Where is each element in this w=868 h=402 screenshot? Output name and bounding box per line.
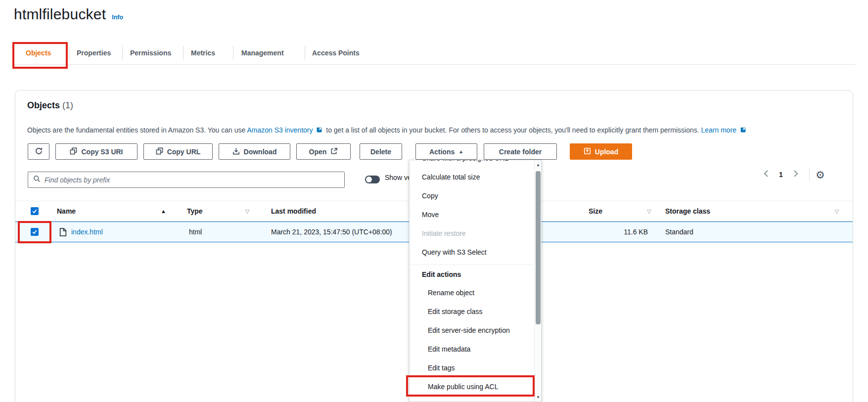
scrollbar-thumb[interactable] xyxy=(536,171,541,324)
description-text: to get a list of all objects in your buc… xyxy=(326,126,699,134)
check-icon xyxy=(32,208,38,214)
menu-section-edit-actions: Edit actions xyxy=(410,265,534,283)
object-last-modified: March 21, 2023, 15:47:50 (UTC+08:00) xyxy=(271,222,392,242)
sort-icon[interactable]: ▽ xyxy=(835,201,839,221)
objects-count: (1) xyxy=(62,100,73,110)
search-box xyxy=(28,172,345,188)
open-label: Open xyxy=(309,148,327,156)
pagination: 1 ⚙ xyxy=(759,168,825,181)
scroll-up-icon[interactable]: ▲ xyxy=(535,161,542,168)
learn-more-link[interactable]: Learn more xyxy=(701,126,737,134)
menu-item-make-public-acl[interactable]: Make public using ACL xyxy=(410,377,534,396)
pager-divider xyxy=(809,168,810,181)
sort-icon[interactable]: ▽ xyxy=(647,201,651,221)
description-text: Objects are the fundamental entities sto… xyxy=(27,126,245,134)
download-icon xyxy=(232,147,240,156)
select-all-checkbox[interactable] xyxy=(31,207,39,215)
scroll-down-icon[interactable]: ▼ xyxy=(535,394,542,401)
tab-divider xyxy=(183,45,183,60)
menu-item-rename-object[interactable]: Rename object xyxy=(410,283,534,302)
delete-label: Delete xyxy=(370,148,391,156)
copy-s3-uri-label: Copy S3 URI xyxy=(81,148,123,156)
upload-label: Upload xyxy=(595,148,618,156)
copy-icon xyxy=(70,147,77,156)
menu-item-edit-server-side-encryption[interactable]: Edit server-side encryption xyxy=(410,321,534,340)
toggle-knob xyxy=(366,177,372,182)
upload-icon xyxy=(584,147,591,156)
page-number[interactable]: 1 xyxy=(774,171,788,179)
objects-description: Objects are the fundamental entities sto… xyxy=(27,126,748,134)
upload-button[interactable]: Upload xyxy=(570,143,632,160)
menu-item-query-s3-select[interactable]: Query with S3 Select xyxy=(410,243,534,262)
chevron-left-icon[interactable] xyxy=(759,170,774,179)
download-button[interactable]: Download xyxy=(219,143,290,160)
gear-icon[interactable]: ⚙ xyxy=(816,170,825,180)
row-checkbox[interactable] xyxy=(31,228,39,236)
menu-item-calculate-total-size[interactable]: Calculate total size xyxy=(410,168,534,186)
object-storage-class: Standard xyxy=(665,222,693,242)
actions-menu-list: Share with a presigned URL Calculate tot… xyxy=(410,160,534,396)
inventory-link[interactable]: Amazon S3 inventory xyxy=(247,126,313,134)
chevron-right-icon[interactable] xyxy=(788,170,803,179)
check-icon xyxy=(32,229,38,235)
download-label: Download xyxy=(244,148,277,156)
tab-divider xyxy=(69,45,69,60)
menu-item-share-presigned-url[interactable]: Share with a presigned URL xyxy=(410,160,534,168)
menu-item-copy[interactable]: Copy xyxy=(410,186,534,205)
page-header: htmlfilebucket Info xyxy=(14,6,123,23)
tab-divider xyxy=(122,45,123,60)
external-link-icon xyxy=(330,147,338,156)
menu-item-initiate-restore: Initiate restore xyxy=(410,224,534,243)
sort-icon[interactable]: ▽ xyxy=(245,201,249,221)
objects-heading-title: Objects xyxy=(27,100,60,110)
object-name-link[interactable]: index.html xyxy=(71,222,103,242)
search-icon xyxy=(33,175,41,184)
column-header-storage-class[interactable]: Storage class xyxy=(665,201,710,221)
tab-divider xyxy=(305,45,305,60)
tab-properties[interactable]: Properties xyxy=(77,49,111,57)
refresh-icon xyxy=(35,147,43,157)
page-title: htmlfilebucket xyxy=(14,6,106,23)
sort-asc-icon[interactable]: ▲ xyxy=(161,201,166,221)
objects-heading: Objects (1) xyxy=(27,100,73,111)
object-size: 11.6 KB xyxy=(584,222,648,242)
open-button[interactable]: Open xyxy=(296,143,351,160)
copy-s3-uri-button[interactable]: Copy S3 URI xyxy=(55,143,137,160)
actions-label: Actions xyxy=(429,148,455,156)
copy-url-button[interactable]: Copy URL xyxy=(143,143,213,160)
external-link-icon xyxy=(740,127,746,134)
refresh-button[interactable] xyxy=(28,143,49,160)
external-link-icon xyxy=(316,127,322,134)
tab-permissions[interactable]: Permissions xyxy=(130,49,171,57)
actions-menu: Share with a presigned URL Calculate tot… xyxy=(409,160,542,402)
file-icon xyxy=(59,228,67,238)
tab-objects[interactable]: Objects xyxy=(26,49,51,57)
copy-icon xyxy=(156,147,163,156)
copy-url-label: Copy URL xyxy=(167,148,201,156)
tab-divider xyxy=(233,45,233,60)
caret-up-icon: ▲ xyxy=(458,149,463,154)
create-folder-label: Create folder xyxy=(499,148,542,156)
column-header-type[interactable]: Type xyxy=(187,201,203,221)
column-header-last-modified[interactable]: Last modified xyxy=(271,201,316,221)
tab-access-points[interactable]: Access Points xyxy=(312,49,360,57)
column-header-size[interactable]: Size xyxy=(589,201,602,221)
tab-metrics[interactable]: Metrics xyxy=(191,49,215,57)
tab-management[interactable]: Management xyxy=(241,49,284,57)
tabs-underline xyxy=(12,64,856,65)
menu-item-edit-tags[interactable]: Edit tags xyxy=(410,358,534,377)
info-link[interactable]: Info xyxy=(112,14,123,21)
actions-button[interactable]: Actions ▲ xyxy=(415,143,477,160)
object-type: html xyxy=(189,222,202,242)
column-header-name[interactable]: Name xyxy=(57,201,76,221)
show-versions-toggle[interactable] xyxy=(365,176,380,183)
menu-item-edit-storage-class[interactable]: Edit storage class xyxy=(410,302,534,321)
menu-scrollbar[interactable]: ▲ ▼ xyxy=(534,160,541,402)
menu-item-move[interactable]: Move xyxy=(410,205,534,224)
create-folder-button[interactable]: Create folder xyxy=(484,143,557,160)
menu-item-edit-metadata[interactable]: Edit metadata xyxy=(410,340,534,358)
delete-button[interactable]: Delete xyxy=(360,143,402,160)
search-input[interactable] xyxy=(45,176,339,184)
